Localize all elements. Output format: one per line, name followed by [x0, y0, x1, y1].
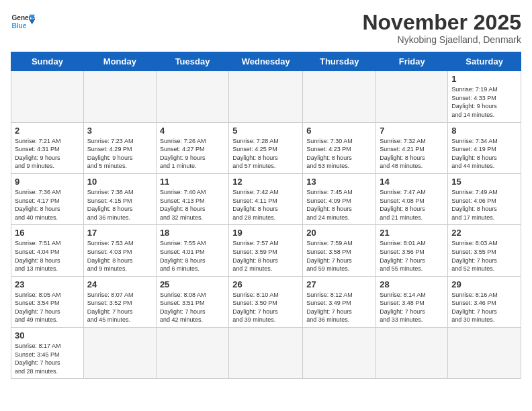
day-info: Sunrise: 7:45 AM Sunset: 4:09 PM Dayligh…	[306, 188, 372, 222]
day-number: 2	[15, 126, 80, 136]
day-number: 23	[15, 279, 80, 289]
day-header-sunday: Sunday	[11, 52, 84, 71]
day-number: 17	[87, 228, 152, 238]
page: General Blue November 2025 Nykobing Sjae…	[0, 0, 532, 411]
day-number: 5	[232, 126, 299, 136]
day-info: Sunrise: 8:10 AM Sunset: 3:50 PM Dayligh…	[232, 291, 299, 324]
day-header-monday: Monday	[83, 52, 156, 71]
day-number: 11	[160, 177, 225, 187]
day-number: 13	[306, 177, 372, 187]
calendar-cell	[448, 328, 521, 379]
calendar-cell: 10Sunrise: 7:38 AM Sunset: 4:15 PM Dayli…	[83, 173, 156, 224]
day-info: Sunrise: 7:59 AM Sunset: 3:58 PM Dayligh…	[306, 239, 372, 273]
day-number: 30	[15, 330, 80, 340]
day-info: Sunrise: 7:47 AM Sunset: 4:08 PM Dayligh…	[380, 188, 444, 222]
day-number: 28	[380, 279, 444, 289]
calendar-cell: 13Sunrise: 7:45 AM Sunset: 4:09 PM Dayli…	[303, 173, 376, 224]
day-info: Sunrise: 7:26 AM Sunset: 4:27 PM Dayligh…	[160, 137, 225, 171]
calendar: SundayMondayTuesdayWednesdayThursdayFrid…	[11, 52, 521, 379]
day-info: Sunrise: 8:01 AM Sunset: 3:56 PM Dayligh…	[380, 239, 444, 273]
day-info: Sunrise: 7:51 AM Sunset: 4:04 PM Dayligh…	[15, 239, 80, 273]
day-info: Sunrise: 7:42 AM Sunset: 4:11 PM Dayligh…	[232, 188, 299, 222]
day-info: Sunrise: 8:05 AM Sunset: 3:54 PM Dayligh…	[15, 291, 80, 324]
day-number: 12	[232, 177, 299, 187]
calendar-cell: 23Sunrise: 8:05 AM Sunset: 3:54 PM Dayli…	[11, 276, 84, 327]
calendar-week-1: 2Sunrise: 7:21 AM Sunset: 4:31 PM Daylig…	[11, 122, 521, 173]
calendar-cell	[303, 71, 376, 122]
calendar-cell: 8Sunrise: 7:34 AM Sunset: 4:19 PM Daylig…	[448, 122, 521, 173]
calendar-cell	[83, 328, 156, 379]
day-info: Sunrise: 8:07 AM Sunset: 3:52 PM Dayligh…	[87, 291, 152, 324]
day-info: Sunrise: 7:32 AM Sunset: 4:21 PM Dayligh…	[380, 137, 444, 171]
calendar-cell: 21Sunrise: 8:01 AM Sunset: 3:56 PM Dayli…	[376, 225, 448, 276]
calendar-cell: 14Sunrise: 7:47 AM Sunset: 4:08 PM Dayli…	[376, 173, 448, 224]
calendar-cell	[229, 71, 303, 122]
calendar-cell: 2Sunrise: 7:21 AM Sunset: 4:31 PM Daylig…	[11, 122, 84, 173]
day-info: Sunrise: 8:12 AM Sunset: 3:49 PM Dayligh…	[306, 291, 372, 324]
calendar-cell: 24Sunrise: 8:07 AM Sunset: 3:52 PM Dayli…	[83, 276, 156, 327]
calendar-cell: 16Sunrise: 7:51 AM Sunset: 4:04 PM Dayli…	[11, 225, 84, 276]
day-number: 18	[160, 228, 225, 238]
calendar-cell	[303, 328, 376, 379]
calendar-cell	[156, 328, 228, 379]
calendar-cell: 22Sunrise: 8:03 AM Sunset: 3:55 PM Dayli…	[448, 225, 521, 276]
day-header-wednesday: Wednesday	[229, 52, 303, 71]
day-number: 9	[15, 177, 80, 187]
day-info: Sunrise: 7:21 AM Sunset: 4:31 PM Dayligh…	[15, 137, 80, 171]
day-number: 21	[380, 228, 444, 238]
day-info: Sunrise: 8:14 AM Sunset: 3:48 PM Dayligh…	[380, 291, 444, 324]
day-number: 14	[380, 177, 444, 187]
calendar-cell	[229, 328, 303, 379]
calendar-cell	[83, 71, 156, 122]
svg-text:Blue: Blue	[11, 22, 26, 30]
title-block: November 2025 Nykobing Sjaelland, Denmar…	[362, 11, 521, 45]
calendar-cell: 12Sunrise: 7:42 AM Sunset: 4:11 PM Dayli…	[229, 173, 303, 224]
logo-icon: General Blue	[11, 11, 35, 35]
day-number: 29	[451, 279, 517, 289]
day-number: 10	[87, 177, 152, 187]
day-number: 15	[451, 177, 517, 187]
day-info: Sunrise: 8:03 AM Sunset: 3:55 PM Dayligh…	[451, 239, 517, 273]
location-subtitle: Nykobing Sjaelland, Denmark	[362, 34, 521, 45]
header: General Blue November 2025 Nykobing Sjae…	[11, 11, 521, 45]
day-header-saturday: Saturday	[448, 52, 521, 71]
svg-marker-3	[29, 19, 35, 24]
day-header-friday: Friday	[376, 52, 448, 71]
day-number: 7	[380, 126, 444, 136]
calendar-cell: 17Sunrise: 7:53 AM Sunset: 4:03 PM Dayli…	[83, 225, 156, 276]
calendar-cell: 6Sunrise: 7:30 AM Sunset: 4:23 PM Daylig…	[303, 122, 376, 173]
calendar-cell: 9Sunrise: 7:36 AM Sunset: 4:17 PM Daylig…	[11, 173, 84, 224]
calendar-header-row: SundayMondayTuesdayWednesdayThursdayFrid…	[11, 52, 521, 71]
day-number: 16	[15, 228, 80, 238]
month-title: November 2025	[362, 11, 521, 34]
day-info: Sunrise: 7:30 AM Sunset: 4:23 PM Dayligh…	[306, 137, 372, 171]
calendar-cell: 20Sunrise: 7:59 AM Sunset: 3:58 PM Dayli…	[303, 225, 376, 276]
day-info: Sunrise: 7:36 AM Sunset: 4:17 PM Dayligh…	[15, 188, 80, 222]
day-number: 27	[306, 279, 372, 289]
logo: General Blue	[11, 11, 35, 35]
day-info: Sunrise: 7:19 AM Sunset: 4:33 PM Dayligh…	[451, 85, 517, 119]
day-number: 3	[87, 126, 152, 136]
day-info: Sunrise: 8:08 AM Sunset: 3:51 PM Dayligh…	[160, 291, 225, 324]
calendar-cell: 5Sunrise: 7:28 AM Sunset: 4:25 PM Daylig…	[229, 122, 303, 173]
calendar-cell: 29Sunrise: 8:16 AM Sunset: 3:46 PM Dayli…	[448, 276, 521, 327]
day-info: Sunrise: 7:28 AM Sunset: 4:25 PM Dayligh…	[232, 137, 299, 171]
calendar-cell: 28Sunrise: 8:14 AM Sunset: 3:48 PM Dayli…	[376, 276, 448, 327]
calendar-cell	[376, 71, 448, 122]
calendar-cell: 15Sunrise: 7:49 AM Sunset: 4:06 PM Dayli…	[448, 173, 521, 224]
calendar-week-2: 9Sunrise: 7:36 AM Sunset: 4:17 PM Daylig…	[11, 173, 521, 224]
day-header-tuesday: Tuesday	[156, 52, 228, 71]
day-number: 1	[451, 74, 517, 84]
day-number: 19	[232, 228, 299, 238]
calendar-week-4: 23Sunrise: 8:05 AM Sunset: 3:54 PM Dayli…	[11, 276, 521, 327]
day-info: Sunrise: 7:49 AM Sunset: 4:06 PM Dayligh…	[451, 188, 517, 222]
calendar-cell: 19Sunrise: 7:57 AM Sunset: 3:59 PM Dayli…	[229, 225, 303, 276]
day-number: 6	[306, 126, 372, 136]
day-info: Sunrise: 7:23 AM Sunset: 4:29 PM Dayligh…	[87, 137, 152, 171]
calendar-cell	[376, 328, 448, 379]
calendar-week-3: 16Sunrise: 7:51 AM Sunset: 4:04 PM Dayli…	[11, 225, 521, 276]
calendar-cell: 11Sunrise: 7:40 AM Sunset: 4:13 PM Dayli…	[156, 173, 228, 224]
calendar-week-5: 30Sunrise: 8:17 AM Sunset: 3:45 PM Dayli…	[11, 328, 521, 379]
day-number: 20	[306, 228, 372, 238]
calendar-cell: 30Sunrise: 8:17 AM Sunset: 3:45 PM Dayli…	[11, 328, 84, 379]
